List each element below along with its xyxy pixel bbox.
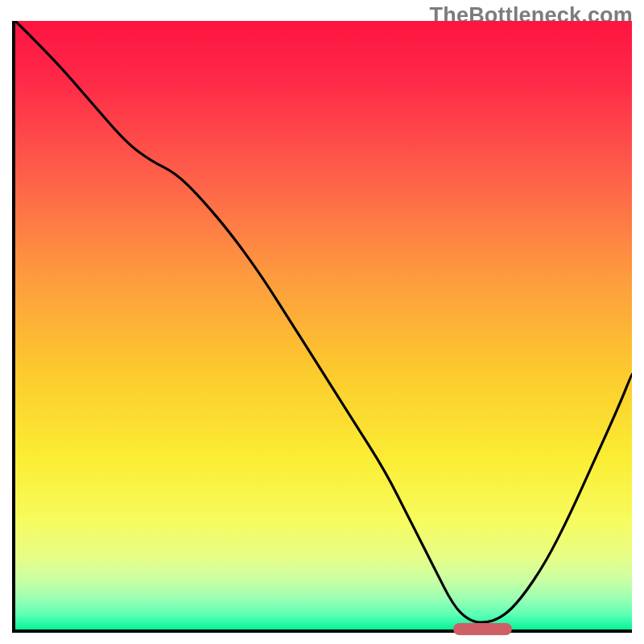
- plot-area: [15, 21, 632, 630]
- bottleneck-curve: [15, 21, 632, 630]
- chart-container: TheBottleneck.com: [0, 0, 644, 644]
- optimal-range-marker: [453, 623, 512, 635]
